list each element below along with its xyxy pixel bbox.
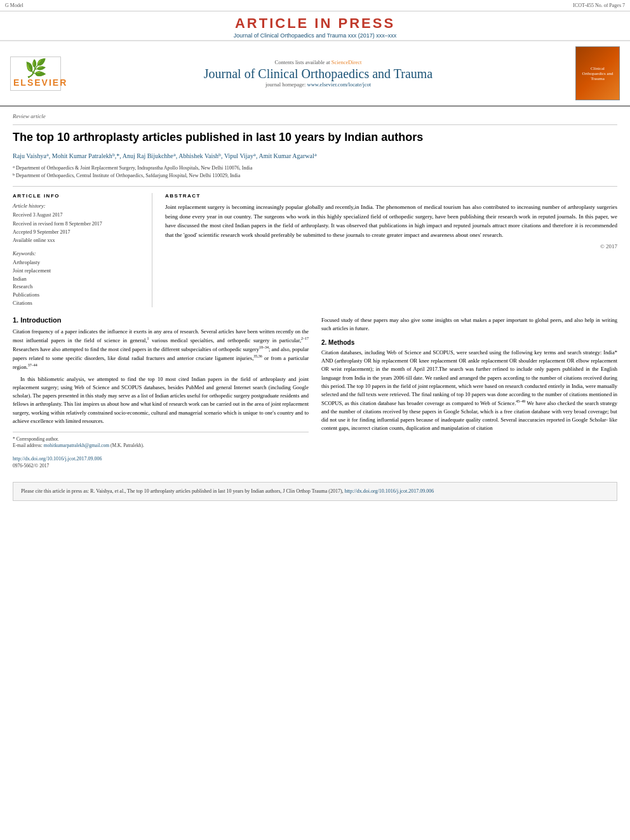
abstract-heading: ABSTRACT (165, 193, 617, 199)
intro-body: Citation frequency of a paper indicates … (13, 328, 309, 425)
body-two-col: 1. Introduction Citation frequency of a … (13, 316, 617, 470)
affiliations: ᵃ Department of Orthopaedics & Joint Rep… (13, 164, 617, 180)
intro-right-text: Focused study of these papers may also g… (321, 316, 617, 333)
elsevier-tree-icon: 🌿 (13, 60, 58, 77)
keyword-publications: Publications (13, 291, 144, 299)
email-name: (M.K. Patralekh). (111, 443, 144, 448)
revised-date: Received in revised form 8 September 201… (13, 220, 144, 227)
doi-section: http://dx.doi.org/10.1016/j.jcot.2017.09… (13, 455, 309, 470)
elsevier-text: ELSEVIER (13, 77, 58, 88)
journal-thumb-text: Clinical Orthopaedics and Trauma (579, 66, 617, 81)
intro-para3: Focused study of these papers may also g… (321, 316, 617, 333)
methods-body: Citation databases, including Web of Sci… (321, 349, 617, 433)
title-divider-top (13, 124, 617, 125)
issn: 0976-5662/© 2017 (13, 463, 49, 469)
homepage-label: journal homepage: (265, 81, 306, 88)
keyword-arthroplasty: Arthroplasty (13, 258, 144, 267)
model-number: ICOT-455 No. of Pages 7 (573, 3, 625, 8)
top-banner: G Model ICOT-455 No. of Pages 7 (0, 0, 630, 11)
journal-header: 🌿 ELSEVIER Contents lists available at S… (0, 41, 630, 107)
homepage-link[interactable]: www.elsevier.com/locate/jcot (307, 81, 371, 88)
ref-sup-2: 2–17 (301, 337, 309, 340)
history-label: Article history: (13, 203, 144, 209)
ref-sup-45: 45–49 (516, 399, 525, 403)
methods-para1: Citation databases, including Web of Sci… (321, 349, 617, 433)
intro-para1: Citation frequency of a paper indicates … (13, 328, 309, 371)
citation-text: Please cite this article in press as: R.… (21, 488, 344, 494)
aip-header: ARTICLE IN PRESS Journal of Clinical Ort… (0, 11, 630, 41)
intro-title: 1. Introduction (13, 316, 309, 324)
ref-sup-4: 35,36 (253, 354, 262, 358)
main-content: Review article The top 10 arthroplasty a… (0, 107, 630, 476)
body-left-col: 1. Introduction Citation frequency of a … (13, 316, 309, 470)
article-title: The top 10 arthroplasty articles publish… (13, 130, 617, 145)
elsevier-logo: 🌿 ELSEVIER (10, 57, 61, 91)
keyword-indian: Indian (13, 275, 144, 283)
doi-link[interactable]: http://dx.doi.org/10.1016/j.jcot.2017.09… (13, 456, 102, 462)
journal-volume-link[interactable]: Journal of Clinical Orthopaedics and Tra… (234, 32, 397, 39)
keyword-research: Research (13, 283, 144, 291)
g-model-label: G Model (5, 3, 23, 8)
authors-text: Raju Vaishyaᵃ, Mohit Kumar Patralekhᵇ,*,… (13, 152, 317, 159)
journal-center: Contents lists available at ScienceDirec… (69, 59, 568, 88)
affiliation-a: ᵃ Department of Orthopaedics & Joint Rep… (13, 164, 617, 172)
corresponding-label: * Corresponding author. (13, 436, 309, 443)
received-date: Received 3 August 2017 (13, 211, 144, 218)
footnote-section: * Corresponding author. E-mail address: … (13, 432, 309, 450)
authors-list: Raju Vaishyaᵃ, Mohit Kumar Patralekhᵇ,*,… (13, 151, 617, 161)
keyword-joint-replacement: Joint replacement (13, 267, 144, 275)
intro-para2: In this bibliometric analysis, we attemp… (13, 375, 309, 425)
accepted-date: Accepted 9 September 2017 (13, 229, 144, 236)
article-info-heading: ARTICLE INFO (13, 193, 144, 199)
email-label: E-mail address: (13, 443, 43, 448)
aip-title: ARTICLE IN PRESS (0, 15, 630, 32)
available-online: Available online xxx (13, 237, 144, 244)
ref-sup-5: 37–44 (28, 363, 37, 367)
content-divider (13, 186, 617, 187)
article-type-label: Review article (13, 113, 617, 119)
email-line: E-mail address: mohitkumarpatralekh@gmai… (13, 443, 309, 450)
body-right-col: Focused study of these papers may also g… (321, 316, 617, 470)
ref-sup-1: 1 (147, 337, 149, 340)
info-abstract-section: ARTICLE INFO Article history: Received 3… (13, 193, 617, 307)
journal-thumbnail: Clinical Orthopaedics and Trauma (575, 46, 620, 100)
abstract-text: Joint replacement surgery is becoming in… (165, 203, 617, 239)
journal-name: Journal of Clinical Orthopaedics and Tra… (69, 67, 568, 81)
keywords-section: Keywords: Arthroplasty Joint replacement… (13, 250, 144, 307)
affiliation-b: ᵇ Department of Orthopaedics, Central In… (13, 172, 617, 180)
citation-doi-link[interactable]: http://dx.doi.org/10.1016/j.jcot.2017.09… (345, 488, 434, 494)
ref-sup-3: 18–34 (259, 345, 269, 349)
keywords-label: Keywords: (13, 250, 144, 257)
contents-label: Contents lists available at (275, 59, 330, 65)
keyword-citations: Citations (13, 299, 144, 307)
homepage-line: journal homepage: www.elsevier.com/locat… (69, 81, 568, 88)
article-info-col: ARTICLE INFO Article history: Received 3… (13, 193, 152, 307)
copyright: © 2017 (165, 243, 617, 250)
body-section: 1. Introduction Citation frequency of a … (13, 316, 617, 470)
methods-title: 2. Methods (321, 339, 617, 346)
email-link[interactable]: mohitkumarpatralekh@gmail.com (44, 443, 109, 448)
contents-line: Contents lists available at ScienceDirec… (69, 59, 568, 65)
citation-box: Please cite this article in press as: R.… (13, 482, 617, 501)
abstract-col: ABSTRACT Joint replacement surgery is be… (165, 193, 617, 307)
sciencedirect-link[interactable]: ScienceDirect (332, 59, 362, 65)
